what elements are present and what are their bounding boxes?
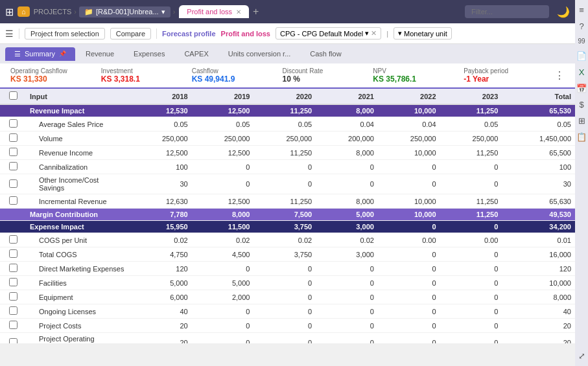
row-value: 0.02 <box>130 233 192 247</box>
row-value: 10,000 <box>502 276 575 290</box>
tab-revenue[interactable]: Revenue <box>76 47 123 60</box>
table-row: Other Income/Cost Savings300000030 <box>0 174 575 194</box>
tab-expenses[interactable]: Expenses <box>124 47 174 60</box>
tab-close-icon[interactable]: ✕ <box>236 8 241 16</box>
row-checkbox[interactable] <box>9 264 18 272</box>
row-checkbox[interactable] <box>9 196 18 205</box>
project-from-selection-button[interactable]: Project from selection <box>25 28 105 40</box>
compare-button[interactable]: Compare <box>110 28 151 40</box>
row-value: 0 <box>253 319 316 333</box>
row-value: 0 <box>440 290 502 304</box>
row-value: 15,950 <box>130 221 192 233</box>
tab-cash-flow[interactable]: Cash flow <box>301 47 350 60</box>
active-tab[interactable]: Profit and loss ✕ <box>179 5 249 18</box>
cpg-dropdown[interactable]: CPG - CPG Default Model ▾ ✕ <box>276 27 381 40</box>
row-value: 5,000 <box>130 276 192 290</box>
row-value: 0 <box>378 221 440 233</box>
sidebar-excel-icon[interactable]: X <box>579 67 585 77</box>
row-value: 0 <box>253 160 316 174</box>
row-checkbox-cell <box>0 146 26 160</box>
row-value: 0.01 <box>502 233 575 247</box>
sidebar-pdf-icon[interactable]: 📄 <box>576 51 587 61</box>
row-value: 0 <box>316 333 378 344</box>
row-value: 250,000 <box>440 132 502 146</box>
row-checkbox[interactable] <box>9 179 18 188</box>
row-value: 0.04 <box>316 117 378 132</box>
row-value: 250,000 <box>253 132 316 146</box>
row-label: Revenue Impact <box>26 104 130 117</box>
row-value: 11,250 <box>440 146 502 160</box>
sidebar-expand-icon[interactable]: ⤢ <box>578 351 585 361</box>
project-selector[interactable]: 📁 [R&D-001]Unbrea... ▾ <box>79 6 171 17</box>
row-value: 49,530 <box>502 209 575 221</box>
home-button[interactable]: ⌂ <box>18 6 30 17</box>
row-checkbox[interactable] <box>9 292 18 301</box>
row-checkbox[interactable] <box>9 278 18 286</box>
row-checkbox[interactable] <box>9 162 18 170</box>
row-value: 0 <box>378 290 440 304</box>
add-tab-icon[interactable]: + <box>253 6 259 17</box>
sidebar-notifications-icon[interactable]: 99 <box>578 38 585 45</box>
sidebar-grid-icon[interactable]: ⊞ <box>578 116 585 126</box>
row-value: 0.05 <box>440 117 502 132</box>
tab-units-conversion[interactable]: Units conversion r... <box>219 47 300 60</box>
table-row: Cannibalization10000000100 <box>0 160 575 174</box>
row-value: 7,780 <box>130 209 192 221</box>
row-value: 0 <box>192 174 254 194</box>
row-value: 0 <box>316 174 378 194</box>
row-checkbox-cell <box>0 276 26 290</box>
grid-icon[interactable]: ⊞ <box>5 6 14 18</box>
row-value: 0 <box>440 319 502 333</box>
row-value: 8,000 <box>316 104 378 117</box>
row-checkbox[interactable] <box>9 148 18 156</box>
tab-summary[interactable]: ☰ Summary 📌 <box>5 47 75 61</box>
row-checkbox[interactable] <box>9 249 18 258</box>
row-checkbox[interactable] <box>9 306 18 315</box>
filter-input[interactable] <box>465 5 549 18</box>
tab-summary-pin-icon[interactable]: 📌 <box>59 51 66 57</box>
sidebar-calendar-icon[interactable]: 📅 <box>576 84 587 93</box>
row-value: 0 <box>192 160 254 174</box>
row-checkbox[interactable] <box>9 133 18 142</box>
row-checkbox[interactable] <box>9 119 18 128</box>
row-value: 0 <box>378 333 440 344</box>
sidebar-help-icon[interactable]: ? <box>579 21 583 31</box>
row-value: 100 <box>502 160 575 174</box>
row-checkbox-cell <box>0 319 26 333</box>
row-checkbox-cell <box>0 132 26 146</box>
row-checkbox[interactable] <box>9 235 18 244</box>
row-value: 8,000 <box>502 290 575 304</box>
select-all-checkbox[interactable] <box>9 91 18 100</box>
row-checkbox[interactable] <box>9 338 18 344</box>
row-value: 40 <box>130 304 192 319</box>
right-sidebar: ≡ ? 99 📄 X 📅 $ ⊞ 📋 ⤢ <box>575 0 588 366</box>
row-checkbox-cell <box>0 160 26 174</box>
sidebar-dollar-icon[interactable]: $ <box>579 100 583 109</box>
row-value: 0.04 <box>378 117 440 132</box>
row-value: 250,000 <box>378 132 440 146</box>
forecast-profile-button[interactable]: Forecast profile <box>162 30 216 38</box>
kpi-payback-period: Payback period -1 Year <box>464 67 554 84</box>
row-value: 12,530 <box>130 104 192 117</box>
dark-mode-icon[interactable]: 🌙 <box>557 6 570 18</box>
table-row: Margin Contribution7,7808,0007,5005,0001… <box>0 209 575 221</box>
sidebar-menu-icon[interactable]: ≡ <box>579 5 584 15</box>
row-value: 30 <box>502 174 575 194</box>
breadcrumb-projects[interactable]: PROJECTS <box>34 8 72 16</box>
close-icon[interactable]: ✕ <box>371 29 377 38</box>
row-value: 8,000 <box>316 194 378 209</box>
sidebar-toggle-icon[interactable]: ☰ <box>5 29 14 39</box>
tab-capex[interactable]: CAPEX <box>175 47 217 60</box>
row-label: Project Operating Expenses <box>26 333 130 344</box>
top-bar: ⊞ ⌂ PROJECTS › 📁 [R&D-001]Unbrea... ▾ › … <box>0 0 575 23</box>
monetary-unit-dropdown[interactable]: ▾ Monetary unit <box>394 27 452 40</box>
row-value: 12,500 <box>130 146 192 160</box>
kpi-more-icon[interactable]: ⋮ <box>554 69 565 82</box>
row-value: 10,000 <box>378 194 440 209</box>
divider2 <box>156 29 157 39</box>
row-value: 250,000 <box>130 132 192 146</box>
row-value: 0.00 <box>378 233 440 247</box>
profit-and-loss-button[interactable]: Profit and loss <box>221 30 270 38</box>
row-checkbox[interactable] <box>9 321 18 329</box>
sidebar-doc-icon[interactable]: 📋 <box>576 132 587 142</box>
